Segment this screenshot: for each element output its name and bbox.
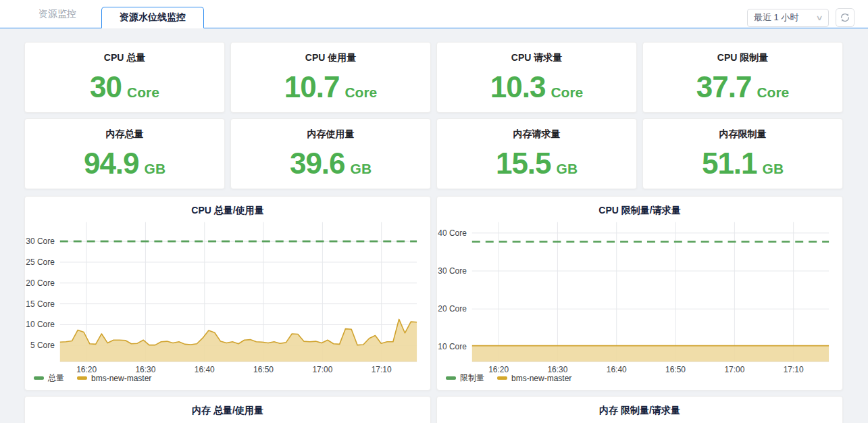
svg-text:30 Core: 30 Core bbox=[438, 266, 467, 276]
stat-card-cpu-limit: CPU 限制量 37.7 Core bbox=[642, 42, 843, 113]
stat-value: 94.9 bbox=[84, 149, 139, 178]
stat-unit: GB bbox=[557, 161, 578, 177]
stat-unit: Core bbox=[127, 84, 159, 101]
stat-card-cpu-usage: CPU 使用量 10.7 Core bbox=[230, 42, 431, 113]
stat-value: 10.7 bbox=[284, 72, 340, 102]
svg-text:17:00: 17:00 bbox=[312, 365, 332, 374]
stat-card-mem-usage: 内存使用量 39.6 GB bbox=[230, 118, 431, 189]
chart-title: 内存 限制量/请求量 bbox=[437, 397, 842, 417]
stat-value: 15.5 bbox=[496, 149, 551, 178]
stat-card-mem-total: 内存总量 94.9 GB bbox=[24, 118, 225, 189]
refresh-button[interactable] bbox=[836, 8, 854, 27]
svg-text:16:40: 16:40 bbox=[195, 365, 215, 374]
refresh-icon bbox=[840, 12, 850, 23]
svg-text:16:50: 16:50 bbox=[665, 365, 686, 374]
svg-text:5 Core: 5 Core bbox=[30, 341, 55, 350]
stat-card-mem-limit: 内存限制量 51.1 GB bbox=[642, 118, 843, 189]
svg-text:17:10: 17:10 bbox=[372, 365, 392, 374]
svg-text:10 Core: 10 Core bbox=[26, 320, 55, 329]
stat-card-cpu-total: CPU 总量 30 Core bbox=[24, 42, 225, 113]
stat-unit: Core bbox=[344, 84, 377, 101]
stat-title: 内存使用量 bbox=[231, 128, 430, 141]
svg-text:10 Core: 10 Core bbox=[438, 342, 467, 351]
cpu-stat-row: CPU 总量 30 Core CPU 使用量 10.7 Core CPU 请求量… bbox=[24, 42, 843, 113]
stat-title: CPU 总量 bbox=[25, 52, 224, 64]
stat-card-cpu-request: CPU 请求量 10.3 Core bbox=[436, 42, 637, 113]
tab-resource-waterline-monitor[interactable]: 资源水位线监控 bbox=[101, 7, 204, 28]
stat-unit: Core bbox=[757, 84, 789, 101]
header-controls: 最近 1 小时 ∨ bbox=[747, 8, 854, 27]
legend-label: bms-new-master bbox=[91, 374, 151, 383]
stat-card-mem-request: 内存请求量 15.5 GB bbox=[436, 118, 637, 189]
memory-chart-row: 内存 总量/使用量 内存 限制量/请求量 bbox=[24, 396, 843, 423]
stat-unit: GB bbox=[763, 161, 784, 177]
stat-title: CPU 使用量 bbox=[231, 52, 430, 64]
chart-title: CPU 总量/使用量 bbox=[25, 197, 430, 217]
chevron-down-icon: ∨ bbox=[815, 14, 823, 22]
svg-text:17:10: 17:10 bbox=[784, 365, 804, 374]
svg-text:16:40: 16:40 bbox=[607, 365, 627, 374]
stat-title: 内存限制量 bbox=[643, 128, 842, 141]
legend-chip-yellow bbox=[497, 376, 507, 380]
svg-text:20 Core: 20 Core bbox=[26, 278, 55, 288]
legend-item-limit[interactable]: 限制量 bbox=[446, 372, 484, 384]
cpu-total-usage-chart: 5 Core10 Core15 Core20 Core25 Core30 Cor… bbox=[25, 197, 430, 390]
svg-text:25 Core: 25 Core bbox=[26, 257, 55, 267]
stat-value: 30 bbox=[90, 72, 122, 102]
dashboard-content: CPU 总量 30 Core CPU 使用量 10.7 Core CPU 请求量… bbox=[0, 28, 868, 423]
cpu-chart-row: CPU 总量/使用量 5 Core10 Core15 Core20 Core25… bbox=[24, 196, 843, 391]
legend-item-bms-new-master[interactable]: bms-new-master bbox=[77, 374, 151, 383]
svg-text:40 Core: 40 Core bbox=[438, 228, 467, 238]
stat-value: 10.3 bbox=[490, 72, 546, 102]
stat-value: 37.7 bbox=[696, 72, 752, 102]
legend-label: 限制量 bbox=[460, 372, 484, 384]
svg-text:30 Core: 30 Core bbox=[26, 237, 55, 246]
stat-title: CPU 请求量 bbox=[437, 52, 636, 64]
stat-title: 内存请求量 bbox=[437, 128, 636, 141]
chart-legend: 限制量 bms-new-master bbox=[446, 372, 571, 384]
legend-label: 总量 bbox=[48, 372, 64, 384]
resource-waterline-dashboard: 资源监控 资源水位线监控 最近 1 小时 ∨ bbox=[0, 0, 868, 423]
stat-unit: Core bbox=[551, 84, 583, 101]
stat-unit: GB bbox=[145, 161, 166, 177]
stat-value: 39.6 bbox=[290, 149, 345, 178]
tab-bar: 资源监控 资源水位线监控 最近 1 小时 ∨ bbox=[0, 0, 868, 28]
legend-item-bms-new-master[interactable]: bms-new-master bbox=[497, 374, 571, 383]
cpu-limit-request-chart: 10 Core20 Core30 Core40 Core16:2016:3016… bbox=[437, 197, 842, 390]
chart-card-mem-limit-request: 内存 限制量/请求量 bbox=[436, 396, 843, 423]
time-range-value: 最近 1 小时 bbox=[754, 11, 798, 24]
tab-resource-monitor[interactable]: 资源监控 bbox=[39, 8, 76, 20]
svg-text:16:50: 16:50 bbox=[253, 365, 274, 374]
stat-title: CPU 限制量 bbox=[643, 52, 842, 64]
stat-unit: GB bbox=[351, 161, 372, 177]
svg-text:15 Core: 15 Core bbox=[26, 299, 55, 309]
time-range-select[interactable]: 最近 1 小时 ∨ bbox=[747, 9, 829, 27]
legend-chip-yellow bbox=[77, 376, 87, 380]
chart-title: 内存 总量/使用量 bbox=[25, 397, 430, 417]
chart-card-cpu-total-usage: CPU 总量/使用量 5 Core10 Core15 Core20 Core25… bbox=[24, 196, 431, 391]
chart-card-cpu-limit-request: CPU 限制量/请求量 10 Core20 Core30 Core40 Core… bbox=[436, 196, 843, 391]
svg-text:20 Core: 20 Core bbox=[438, 304, 467, 314]
svg-text:17:00: 17:00 bbox=[724, 365, 744, 374]
chart-title: CPU 限制量/请求量 bbox=[437, 197, 842, 217]
chart-legend: 总量 bms-new-master bbox=[34, 372, 151, 384]
legend-chip-green bbox=[446, 376, 456, 380]
legend-chip-green bbox=[34, 376, 44, 380]
memory-stat-row: 内存总量 94.9 GB 内存使用量 39.6 GB 内存请求量 15.5 GB bbox=[24, 118, 843, 189]
legend-label: bms-new-master bbox=[511, 374, 571, 383]
stat-value: 51.1 bbox=[702, 149, 757, 178]
legend-item-total[interactable]: 总量 bbox=[34, 372, 64, 384]
stat-title: 内存总量 bbox=[25, 128, 224, 141]
chart-card-mem-total-usage: 内存 总量/使用量 bbox=[24, 396, 431, 423]
